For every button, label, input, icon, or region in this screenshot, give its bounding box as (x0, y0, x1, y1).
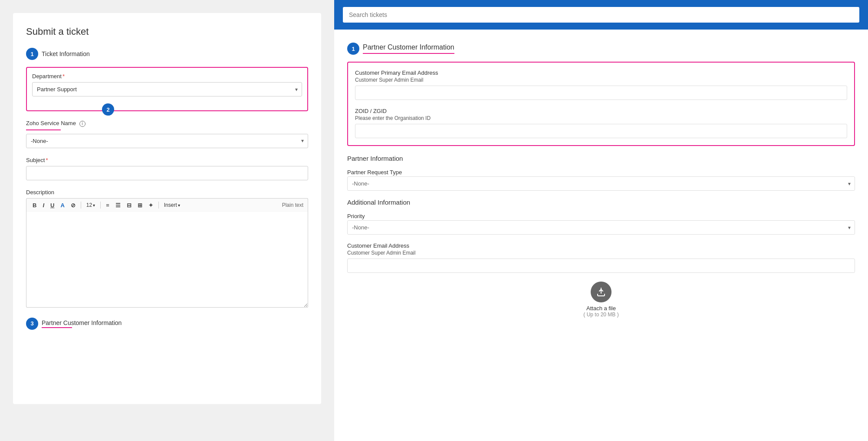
section1-title: Ticket Information (42, 50, 90, 57)
description-toolbar: B I U A ⊘ 12▾ ≡ ☰ ⊟ ⊞ ✦ Insert▾ Plain (26, 198, 308, 212)
step1-badge: 1 (26, 48, 38, 60)
partner-request-type-group: Partner Request Type -None- ▾ (347, 169, 855, 191)
subject-field-group: Subject* (26, 157, 308, 180)
plain-text-label: Plain text (282, 202, 303, 208)
align-button[interactable]: ≡ (104, 201, 111, 209)
list-button[interactable]: ☰ (114, 201, 122, 209)
section3-header: 3 Partner Customer Information (26, 318, 308, 330)
customer-email-input[interactable] (347, 259, 855, 273)
section3-underline (42, 327, 72, 328)
zoid-zgid-group: ZOID / ZGID Please enter the Organisatio… (355, 108, 847, 138)
department-select-wrapper: Partner Support Technical Support Billin… (32, 82, 302, 96)
priority-select[interactable]: -None- (347, 220, 855, 235)
zoho-service-select[interactable]: -None- (26, 134, 308, 148)
image-button[interactable]: ⊞ (136, 201, 144, 209)
zoid-input[interactable] (355, 124, 847, 138)
toolbar-divider1 (81, 202, 81, 209)
italic-button[interactable]: I (41, 201, 46, 209)
left-panel: Submit a ticket 1 Ticket Information Dep… (0, 0, 334, 441)
section1-header: 1 Ticket Information (26, 48, 308, 60)
priority-group: Priority -None- ▾ (347, 213, 855, 235)
erase-button[interactable]: ✦ (147, 201, 155, 209)
attach-sublabel: ( Up to 20 MB ) (583, 312, 618, 318)
highlight-button[interactable]: A (59, 201, 66, 209)
customer-email-group: Customer Email Address Customer Super Ad… (347, 242, 855, 273)
upload-icon (596, 287, 606, 297)
department-label: Department* (32, 73, 302, 80)
partner-request-type-label: Partner Request Type (347, 169, 855, 176)
partner-info-title: Partner Information (347, 155, 855, 162)
right-section1-header: 1 Partner Customer Information (347, 43, 855, 55)
description-textarea[interactable] (26, 212, 308, 308)
form-title: Submit a ticket (26, 26, 308, 37)
customer-email-sublabel: Customer Super Admin Email (347, 250, 855, 256)
customer-primary-email-input[interactable] (355, 86, 847, 100)
customer-primary-email-label: Customer Primary Email Address (355, 70, 847, 76)
font-size-dropdown[interactable]: 12▾ (85, 201, 97, 209)
zoho-service-field-group: Zoho Service Name i -None- ▾ (26, 120, 308, 148)
insert-dropdown[interactable]: Insert▾ (162, 201, 182, 209)
format-button[interactable]: ⊘ (69, 201, 77, 209)
zoho-service-label: Zoho Service Name i (26, 120, 308, 127)
description-field-group: Description B I U A ⊘ 12▾ ≡ ☰ ⊟ ⊞ ✦ Ins (26, 189, 308, 309)
search-input[interactable] (343, 7, 859, 23)
info-icon[interactable]: i (79, 121, 85, 127)
form-card: Submit a ticket 1 Ticket Information Dep… (13, 13, 321, 404)
partner-request-type-select-wrapper: -None- ▾ (347, 176, 855, 191)
department-highlighted-box: Department* Partner Support Technical Su… (26, 67, 308, 111)
right-section1-title: Partner Customer Information (363, 43, 454, 54)
subject-label: Subject* (26, 157, 308, 163)
customer-info-highlighted-box: Customer Primary Email Address Customer … (347, 62, 855, 146)
indent-button[interactable]: ⊟ (125, 201, 133, 209)
right-panel: 1 Partner Customer Information Customer … (334, 0, 868, 441)
bold-button[interactable]: B (31, 201, 38, 209)
description-label: Description (26, 189, 308, 196)
priority-select-wrapper: -None- ▾ (347, 220, 855, 235)
right-content: 1 Partner Customer Information Customer … (334, 30, 868, 441)
underline-button[interactable]: U (49, 201, 56, 209)
attach-label: Attach a file (586, 305, 616, 312)
attach-button[interactable] (591, 282, 612, 302)
search-bar-container (334, 0, 868, 30)
customer-primary-email-sublabel: Customer Super Admin Email (355, 77, 847, 83)
zoid-label: ZOID / ZGID (355, 108, 847, 114)
step3-badge: 3 (26, 318, 38, 330)
customer-email-primary-group: Customer Primary Email Address Customer … (355, 70, 847, 100)
priority-label: Priority (347, 213, 855, 219)
partner-request-type-select[interactable]: -None- (347, 176, 855, 191)
attach-area: Attach a file ( Up to 20 MB ) (347, 282, 855, 318)
subject-input[interactable] (26, 166, 308, 180)
additional-info-title: Additional Information (347, 199, 855, 206)
toolbar-divider2 (100, 202, 101, 209)
department-field-group: Department* Partner Support Technical Su… (32, 73, 302, 96)
department-select[interactable]: Partner Support Technical Support Billin… (32, 82, 302, 96)
customer-email-label: Customer Email Address (347, 242, 855, 249)
zoid-sublabel: Please enter the Organisation ID (355, 115, 847, 121)
toolbar-divider3 (158, 202, 159, 209)
section3-title: Partner Customer Information (42, 319, 122, 326)
step2-badge: 2 (102, 103, 114, 116)
zoho-service-select-wrapper: -None- ▾ (26, 134, 308, 148)
right-step1-badge: 1 (347, 43, 359, 55)
